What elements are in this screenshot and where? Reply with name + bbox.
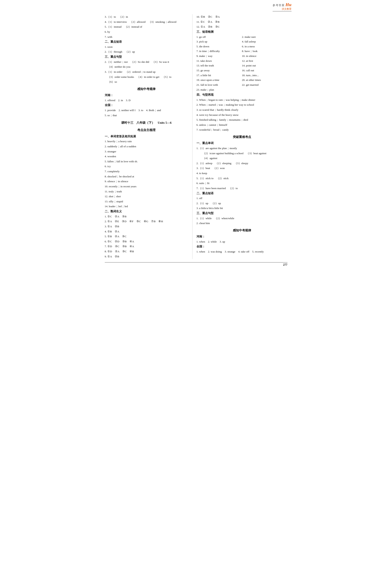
- phrase-item-right: 8. have；look: [242, 49, 287, 54]
- line: 1. provide 2. neither will I 3. to 4. Bo…: [105, 108, 188, 113]
- line: 4. wooden: [105, 154, 188, 159]
- phrase-item-right: 6. in a mess: [242, 44, 287, 49]
- line: 4.（1）to interview （2）allowed （3）smoking；…: [105, 19, 188, 24]
- line: 9. ①A ②B: [105, 254, 188, 259]
- phrase-item-left: 21. fall in love with: [196, 83, 242, 87]
- phrase-pair-row: 1. go off2. make sure: [196, 35, 287, 39]
- section-heading: 突破重难考点: [196, 134, 287, 140]
- line: 一、单词变形及相关拓展: [105, 134, 188, 139]
- phrase-item-right: 4. fall asleep: [242, 39, 287, 44]
- content-line: 3. a little/a bit/a little bit: [196, 206, 287, 211]
- content-line: 5.（1）stick to （2）stick: [196, 176, 287, 181]
- phrase-item-right: 2. make sure: [242, 35, 287, 39]
- line: 12. shot；shot: [105, 194, 188, 199]
- phrase-item-left: 1. go off: [196, 35, 242, 39]
- phrase-pair-row: 3. pick up4. fall asleep: [196, 39, 287, 44]
- phrase-pair-row: 19. once upon a time20. at other times: [196, 78, 287, 83]
- line: 3. ①A ②B: [105, 224, 188, 229]
- content-line: 3. so scared that；hardly think clearly: [196, 107, 287, 112]
- header-logo: 参考答案 Hu 洪文教育: [273, 2, 292, 14]
- section-heading: 三、重点句型: [196, 211, 287, 216]
- content-line: 4. to keep: [196, 171, 287, 176]
- left-column: 3.（1）to （2）in4.（1）to interview （2）allowe…: [105, 14, 193, 259]
- section-heading: 一、重点单词: [196, 141, 287, 146]
- region-label: 河南：: [196, 234, 287, 239]
- content-line: 2.（1）asleep （2）sleeping （3）sleepy: [196, 161, 287, 166]
- content-line: 6. suits；fit: [196, 181, 287, 186]
- content-line: 7. wonderful；bread；candy: [196, 127, 287, 132]
- content-line: （4）against: [196, 156, 287, 161]
- line: 6. ①C ②D ③B ④A: [105, 239, 188, 244]
- phrase-item-left: 19. once upon a time: [196, 78, 242, 83]
- phrase-item-right: 10. in silence: [242, 54, 287, 58]
- brand-sub: 洪文教育: [282, 8, 292, 10]
- content-line: 7.（1）have been married （2）to: [196, 186, 287, 191]
- line: 6. by: [105, 29, 188, 34]
- content-line: 11. ①C ②A ③B: [196, 19, 287, 24]
- phrase-item-left: 13. tell the truth: [196, 63, 242, 68]
- content-line: 10. ①B ②C ③A: [196, 15, 287, 19]
- line: 3.（1）to （2）in: [105, 15, 188, 19]
- content-line: 1. when 2. was doing 3. strange 4. take …: [196, 249, 287, 254]
- line: 5. fallen；fall in love with sb.: [105, 159, 188, 164]
- line: 感知中考规律: [105, 86, 188, 92]
- line: 二、重点短语: [105, 39, 188, 44]
- line: 2.（1）neither；nor （2）So she did （3）So was…: [105, 59, 188, 64]
- line: 13. silly；stupid: [105, 199, 188, 204]
- phrase-item-left: 3. pick up: [196, 39, 242, 44]
- brand-name: Hu: [285, 2, 291, 7]
- line: 6. icy: [105, 164, 188, 169]
- content-line: 2. When；started；was；making her way to sc…: [196, 102, 287, 107]
- content-line: 2.（1）up （2）up: [196, 201, 287, 206]
- line: 1. ①C ②A ③B: [105, 214, 188, 219]
- line: 8. ①D ②A ③C ④B: [105, 249, 188, 254]
- line: 河南：: [105, 93, 188, 98]
- line: 3. stranger: [105, 149, 188, 154]
- phrase-item-left: 17. a little bit: [196, 73, 242, 78]
- line: 4. ①B ②A: [105, 229, 188, 234]
- line: （3）order some books （4）in order to get （…: [105, 74, 188, 79]
- phrase-item-right: 14. point out: [242, 63, 287, 68]
- content-line: 1.（1）are against the plan；mostly: [196, 146, 287, 151]
- phrase-item-left: 11. take down: [196, 58, 242, 63]
- phrase-item-left: 5. die down: [196, 44, 242, 49]
- phrase-pair-row: 17. a little bit18. turn...into...: [196, 73, 287, 78]
- line: 8. shocked；be shocked at: [105, 174, 188, 179]
- phrase-item-right: 18. turn...into...: [242, 73, 287, 78]
- line: 5. ①B ②A ③C: [105, 234, 188, 239]
- content-line: 12. ①A ②B ③C: [196, 24, 287, 29]
- line: 10. recently；in recent years: [105, 184, 188, 189]
- phrase-item-right: 12. at first: [242, 58, 287, 63]
- line: 3.（1）in order （2）ordered；to stand up: [105, 70, 188, 74]
- line: 2.（1）through （2）up: [105, 49, 188, 54]
- line: 7. ①D ②C ③B ④A: [105, 244, 188, 249]
- phrase-item-right: 22. get married: [242, 83, 287, 87]
- content-line: 3.（1）beat （2）won: [196, 166, 287, 171]
- line: 1. offered 2. in 3. D: [105, 98, 188, 103]
- content-line: 1. off: [196, 196, 287, 201]
- line: 1. heavily；a heavy rain: [105, 139, 188, 144]
- ref-label: 参考答案: [273, 4, 285, 7]
- line: 课时十三 八年级（下） Units 5—6: [105, 120, 188, 125]
- phrase-pair-row: 21. fall in love with22. get married: [196, 83, 287, 87]
- page-number: 277: [105, 262, 287, 266]
- phrase-pair-row: 15. go away16. call out: [196, 68, 287, 73]
- line: 14. leader；led；led: [105, 204, 188, 209]
- phrase-pair-row: 9. make；way10. in silence: [196, 54, 287, 58]
- phrase-pair-row: 7. in time；difficulty8. have；look: [196, 49, 287, 54]
- line: 7. completely: [105, 169, 188, 174]
- line: 5. so；that: [105, 113, 188, 118]
- section-heading: 感知中考规律: [196, 228, 287, 233]
- section-heading: 四、句型再现: [196, 92, 287, 97]
- content-line: 1. When；began to rain；was helping；make d…: [196, 98, 287, 102]
- content-line: 5. finished talking；family；mountains；die…: [196, 117, 287, 122]
- line: （6）so: [105, 79, 188, 84]
- content-line: 1.（1）while （2）when/while: [196, 216, 287, 221]
- line: 1. soon: [105, 44, 188, 49]
- line: 全国：: [105, 103, 188, 108]
- line: 11. truly；truth: [105, 189, 188, 194]
- phrase-item-left: 9. make；way: [196, 54, 242, 58]
- phrase-pair-row: 5. die down6. in a mess: [196, 44, 287, 49]
- content-line: 23. make；plan: [196, 87, 287, 92]
- line: 7. with: [105, 35, 188, 39]
